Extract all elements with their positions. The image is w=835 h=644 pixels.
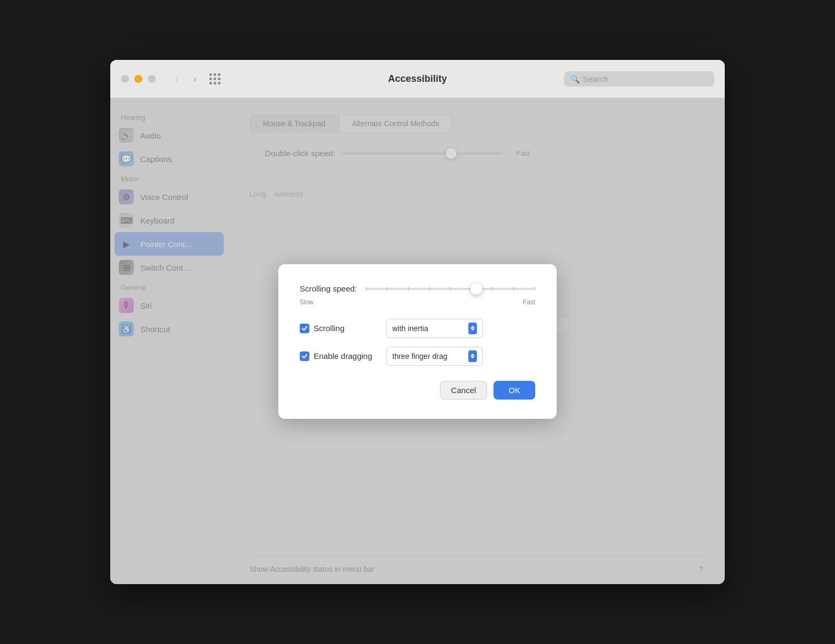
dragging-row: Enable dragging three finger drag — [300, 347, 535, 366]
minimize-button[interactable] — [134, 75, 142, 83]
window-title: Accessibility — [388, 73, 447, 85]
back-button[interactable]: ‹ — [169, 71, 185, 87]
ok-button[interactable]: OK — [494, 381, 535, 400]
scrolling-speed-section: Scrolling speed: — [300, 283, 535, 306]
scrolling-checkbox[interactable] — [300, 324, 309, 333]
dragging-stepper-down-icon — [470, 356, 475, 358]
dragging-checkbox-container: Enable dragging — [300, 351, 378, 361]
search-icon: 🔍 — [571, 75, 580, 83]
scrolling-row: Scrolling with inertia — [300, 319, 535, 338]
modal-buttons: Cancel OK — [300, 381, 535, 400]
slow-label: Slow — [300, 298, 314, 306]
scrolling-checkbox-container: Scrolling — [300, 324, 378, 333]
scrolling-label: Scrolling — [314, 324, 378, 333]
search-box[interactable]: 🔍 Search — [564, 71, 714, 87]
content-area: Hearing 🔊 Audio 💬 Captions Motor ⚙ Voice… — [110, 98, 725, 584]
close-button[interactable] — [121, 75, 129, 83]
modal-overlay: Scrolling speed: — [110, 98, 725, 584]
scrolling-speed-row: Scrolling speed: — [300, 283, 535, 294]
stepper-up-icon — [470, 326, 475, 328]
fast-label: Fast — [523, 298, 535, 306]
traffic-lights — [121, 75, 156, 83]
dragging-stepper-up-icon — [470, 354, 475, 356]
modal-dialog: Scrolling speed: — [278, 264, 557, 419]
scrolling-speed-thumb[interactable] — [470, 283, 482, 295]
dragging-value: three finger drag — [392, 352, 447, 361]
scrolling-speed-slider[interactable] — [366, 283, 535, 294]
dragging-stepper[interactable] — [468, 350, 477, 362]
cancel-button[interactable]: Cancel — [440, 381, 488, 400]
dragging-checkbox[interactable] — [300, 351, 309, 361]
dragging-select[interactable]: three finger drag — [386, 347, 483, 366]
grid-button[interactable] — [209, 73, 221, 85]
forward-button[interactable]: › — [187, 71, 203, 87]
main-window: ‹ › Accessibility 🔍 Search Hearing 🔊 Aud… — [110, 60, 725, 584]
scrolling-select[interactable]: with inertia — [386, 319, 483, 338]
titlebar: ‹ › Accessibility 🔍 Search — [110, 60, 725, 98]
scrolling-stepper[interactable] — [468, 323, 477, 334]
scrolling-value: with inertia — [392, 324, 428, 333]
speed-labels: Slow Fast — [300, 298, 535, 306]
search-placeholder: Search — [583, 74, 609, 83]
stepper-down-icon — [470, 328, 475, 331]
enable-dragging-label: Enable dragging — [314, 351, 378, 361]
nav-buttons: ‹ › — [169, 71, 203, 87]
scrolling-speed-label: Scrolling speed: — [300, 284, 357, 293]
maximize-button[interactable] — [148, 75, 156, 83]
